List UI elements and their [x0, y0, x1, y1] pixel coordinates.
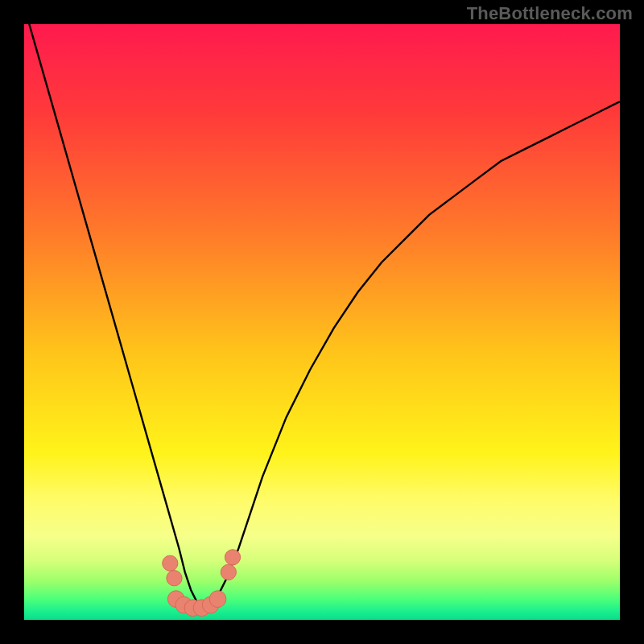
curve-markers: [163, 550, 241, 617]
curve-layer: [24, 24, 620, 620]
bottleneck-curve: [24, 24, 620, 608]
plot-area: [24, 24, 620, 620]
curve-marker: [225, 550, 240, 565]
curve-marker: [221, 564, 236, 580]
curve-marker: [163, 555, 178, 571]
chart-stage: TheBottleneck.com: [0, 0, 644, 644]
watermark-text: TheBottleneck.com: [467, 3, 633, 24]
curve-marker: [167, 571, 182, 586]
curve-marker: [209, 591, 226, 608]
